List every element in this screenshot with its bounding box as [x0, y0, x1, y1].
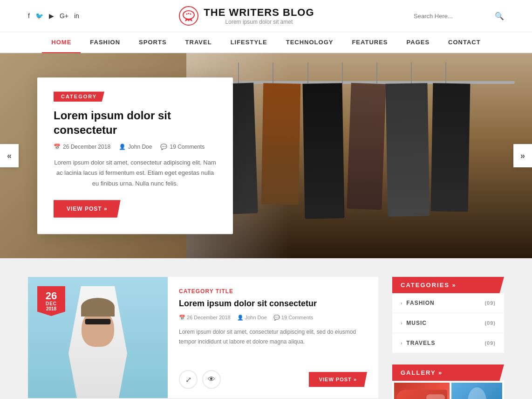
categories-list: › FASHION (09) › MUSIC (09) › TRAVELS	[392, 293, 504, 353]
nav-lifestyle[interactable]: LIFESTYLE	[221, 32, 277, 53]
youtube-icon[interactable]: ▶	[49, 12, 54, 20]
nav-sports[interactable]: SPORTS	[130, 32, 176, 53]
logo-icon	[178, 6, 199, 26]
gallery-grid	[392, 381, 504, 399]
categories-section: CATEGORIES » › FASHION (09) › MUSIC (09)	[392, 277, 504, 353]
post-view-post-button[interactable]: VIEW POST »	[309, 372, 367, 387]
post-actions: ⤢ 👁 VIEW POST »	[179, 370, 367, 389]
nav-travel[interactable]: TRAVEL	[176, 32, 221, 53]
post-author: 👤 John Doe	[237, 315, 267, 321]
hero-prev-button[interactable]: «	[0, 144, 19, 167]
category-fashion-label: FASHION	[406, 300, 434, 306]
hero-meta: 📅 26 December 2018 👤 John Doe 💬 19 Comme…	[54, 144, 217, 151]
hero-view-post-button[interactable]: VIEW POST »	[54, 200, 121, 218]
search-button[interactable]: 🔍	[495, 12, 504, 21]
search-area: 🔍	[414, 12, 504, 21]
post-content: CATEGORY TITLE Lorem ipsum dolor sit con…	[168, 277, 378, 398]
date-day: 26	[44, 291, 59, 301]
gallery-thumb-1[interactable]	[394, 383, 450, 399]
site-subtitle: Lorem ipsum dolor sit amet	[204, 19, 314, 25]
hero-card: CATEGORY Lorem ipsum dolor sit consectet…	[37, 77, 233, 234]
site-title: THE WRITERS BLOG	[204, 7, 314, 19]
logo[interactable]: THE WRITERS BLOG Lorem ipsum dolor sit a…	[178, 6, 314, 26]
twitter-icon[interactable]: 🐦	[35, 12, 43, 20]
hero-author: 👤 John Doe	[119, 144, 152, 151]
date-badge: 26 DEC 2018	[37, 286, 65, 316]
nav-features[interactable]: FEATURES	[342, 32, 397, 53]
nav-fashion[interactable]: FASHION	[81, 32, 130, 53]
sidebar: CATEGORIES » › FASHION (09) › MUSIC (09)	[392, 277, 504, 399]
svg-point-0	[179, 7, 198, 25]
nav-home[interactable]: HOME	[42, 32, 81, 53]
linkedin-icon[interactable]: in	[74, 12, 79, 20]
post-meta: 📅 26 December 2018 👤 John Doe 💬 19 Comme…	[179, 315, 367, 321]
hero-excerpt: Lorem ipsum dolor sit amet, consectetur …	[54, 158, 217, 189]
hero-date: 📅 26 December 2018	[54, 144, 110, 151]
gallery-thumb-2[interactable]	[451, 383, 502, 399]
calendar-icon: 📅	[54, 144, 61, 151]
gallery-title: GALLERY »	[401, 369, 443, 376]
date-year: 2018	[44, 306, 59, 311]
site-header: f 🐦 ▶ G+ in THE WRITERS BLOG Lorem ipsum…	[0, 0, 532, 32]
hero-title: Lorem ipsum dolor sit consectetur	[54, 108, 217, 137]
hero-section: CATEGORY Lorem ipsum dolor sit consectet…	[0, 53, 532, 258]
comment-icon: 💬	[160, 144, 167, 151]
share-icon: ⤢	[185, 375, 191, 384]
post-category: CATEGORY TITLE	[179, 288, 367, 295]
category-travels-label: TRAVELS	[406, 340, 435, 346]
chevron-icon-3: ›	[401, 341, 402, 346]
main-nav: HOME FASHION SPORTS TRAVEL LIFESTYLE TEC…	[0, 32, 532, 53]
date-month: DEC	[44, 301, 59, 306]
gallery-header: GALLERY »	[392, 365, 504, 381]
post-excerpt: Lorem ipsum dolor sit amet, consectetur …	[179, 327, 367, 362]
category-fashion[interactable]: › FASHION (09)	[392, 293, 504, 313]
social-links: f 🐦 ▶ G+ in	[28, 12, 79, 20]
nav-pages[interactable]: PAGES	[397, 32, 439, 53]
post-card: 26 DEC 2018 CATEGORY TITLE Lo	[28, 277, 378, 398]
svg-point-3	[188, 13, 190, 14]
category-travels-count: (09)	[484, 340, 496, 346]
hero-image	[186, 53, 532, 258]
author-icon-small: 👤	[237, 315, 245, 320]
calendar-icon-small: 📅	[179, 315, 187, 320]
post-date: 📅 26 December 2018	[179, 315, 231, 321]
hero-category-badge: CATEGORY	[54, 91, 104, 102]
facebook-icon[interactable]: f	[28, 12, 30, 20]
search-input[interactable]	[414, 13, 492, 20]
logo-text: THE WRITERS BLOG Lorem ipsum dolor sit a…	[204, 7, 314, 25]
categories-title: CATEGORIES »	[401, 282, 457, 289]
comment-icon-small: 💬	[273, 315, 281, 320]
share-button[interactable]: ⤢	[179, 370, 198, 389]
hero-comments: 💬 19 Comments	[160, 144, 205, 151]
post-comments: 💬 19 Comments	[273, 315, 314, 321]
svg-point-2	[186, 14, 188, 15]
author-icon: 👤	[119, 144, 126, 151]
main-section: 26 DEC 2018 CATEGORY TITLE Lo	[0, 258, 532, 399]
category-travels[interactable]: › TRAVELS (09)	[392, 333, 504, 353]
eye-icon: 👁	[208, 375, 215, 384]
gallery-section: GALLERY »	[392, 365, 504, 399]
svg-point-1	[183, 11, 194, 19]
category-music-count: (09)	[484, 320, 496, 326]
content-area: 26 DEC 2018 CATEGORY TITLE Lo	[28, 277, 378, 399]
post-title: Lorem ipsum dolor sit consectetur	[179, 298, 367, 309]
svg-point-4	[190, 14, 191, 15]
category-music[interactable]: › MUSIC (09)	[392, 313, 504, 333]
category-music-label: MUSIC	[406, 320, 427, 326]
nav-technology[interactable]: TECHNOLOGY	[277, 32, 343, 53]
categories-header: CATEGORIES »	[392, 277, 504, 293]
chevron-icon-2: ›	[401, 321, 402, 326]
hero-next-button[interactable]: »	[513, 144, 532, 167]
action-icons: ⤢ 👁	[179, 370, 221, 389]
view-button[interactable]: 👁	[202, 370, 221, 389]
nav-contact[interactable]: CONTACT	[439, 32, 490, 53]
chevron-icon: ›	[401, 301, 402, 306]
category-fashion-count: (09)	[484, 300, 496, 306]
google-plus-icon[interactable]: G+	[60, 12, 68, 20]
